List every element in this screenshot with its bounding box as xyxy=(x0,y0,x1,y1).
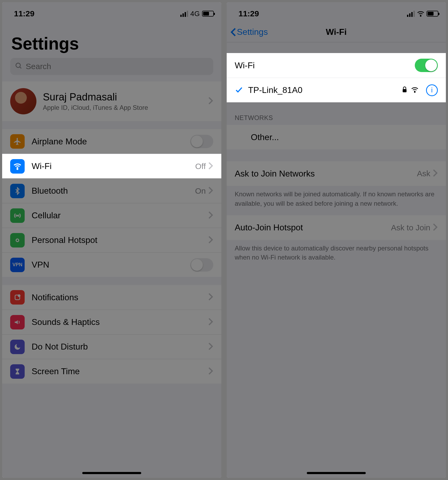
dnd-row[interactable]: Do Not Disturb xyxy=(2,334,221,359)
wifi-toggle-row[interactable]: Wi-Fi xyxy=(227,53,446,78)
hotspot-footer-note: Allow this device to automatically disco… xyxy=(227,240,446,269)
search-input[interactable] xyxy=(26,62,208,71)
svg-point-6 xyxy=(420,16,421,16)
chevron-right-icon xyxy=(208,211,213,220)
row-label: Bluetooth xyxy=(32,186,68,196)
row-value: On xyxy=(195,186,206,196)
notifications-row[interactable]: Notifications xyxy=(2,285,221,310)
row-label: Auto-Join Hotspot xyxy=(235,223,303,232)
page-title: Settings xyxy=(2,22,221,58)
row-value: Ask xyxy=(417,169,430,178)
row-label: Other... xyxy=(251,132,279,142)
home-indicator[interactable] xyxy=(307,472,366,474)
cellular-row[interactable]: Cellular xyxy=(2,203,221,228)
notifications-icon xyxy=(10,290,25,305)
home-indicator[interactable] xyxy=(82,472,141,474)
vpn-toggle[interactable] xyxy=(190,258,213,272)
wifi-icon xyxy=(10,159,25,174)
row-label: Screen Time xyxy=(32,366,80,376)
status-time: 11:29 xyxy=(14,9,35,18)
join-footer-note: Known networks will be joined automatica… xyxy=(227,186,446,215)
signal-icon xyxy=(407,11,415,17)
svg-point-2 xyxy=(17,168,18,169)
signal-icon xyxy=(180,11,188,17)
battery-icon xyxy=(202,11,214,17)
vpn-icon: VPN xyxy=(10,258,25,272)
chevron-right-icon xyxy=(208,342,213,351)
profile-name: Suraj Padmasali xyxy=(43,91,148,103)
chevron-right-icon xyxy=(208,367,213,376)
chevron-right-icon xyxy=(208,186,213,196)
other-network-row[interactable]: Other... xyxy=(227,125,446,149)
lock-icon xyxy=(402,87,407,94)
row-label: Wi-Fi xyxy=(235,61,255,70)
back-button[interactable]: Settings xyxy=(230,27,268,37)
section-header-networks: NETWORKS xyxy=(227,102,446,125)
row-label: VPN xyxy=(32,260,49,270)
row-label: Cellular xyxy=(32,211,61,220)
chevron-right-icon xyxy=(208,236,213,245)
airplane-icon xyxy=(10,134,25,149)
cellular-icon xyxy=(10,208,25,223)
battery-icon xyxy=(427,11,438,17)
search-bar[interactable] xyxy=(10,58,213,75)
wifi-screen: 11:29 Settings Wi-Fi Wi-Fi TP- xyxy=(227,2,446,478)
wifi-status-icon xyxy=(417,11,424,17)
svg-rect-7 xyxy=(403,89,406,92)
status-time: 11:29 xyxy=(238,9,259,18)
hotspot-icon xyxy=(10,233,25,248)
connected-network-row[interactable]: TP-Link_81A0 i xyxy=(227,78,446,102)
row-label: Ask to Join Networks xyxy=(235,169,315,179)
bluetooth-icon xyxy=(10,184,25,198)
row-label: Sounds & Haptics xyxy=(32,317,100,327)
chevron-right-icon xyxy=(432,169,438,178)
airplane-mode-row[interactable]: Airplane Mode xyxy=(2,129,221,154)
row-label: Airplane Mode xyxy=(32,137,87,147)
search-icon xyxy=(15,62,23,71)
sounds-row[interactable]: Sounds & Haptics xyxy=(2,310,221,334)
network-name: TP-Link_81A0 xyxy=(248,85,303,95)
chevron-right-icon xyxy=(208,97,213,106)
chevron-right-icon xyxy=(208,318,213,327)
auto-join-hotspot-row[interactable]: Auto-Join Hotspot Ask to Join xyxy=(227,215,446,240)
svg-point-0 xyxy=(16,63,20,68)
sounds-icon xyxy=(10,315,25,329)
hourglass-icon xyxy=(10,364,25,379)
status-bar: 11:29 4G xyxy=(2,2,221,22)
profile-sub: Apple ID, iCloud, iTunes & App Store xyxy=(43,104,148,111)
avatar xyxy=(10,88,36,114)
settings-screen: 11:29 4G Settings Suraj Padmasali Apple … xyxy=(2,2,221,478)
nav-bar: Settings Wi-Fi xyxy=(227,22,446,42)
back-label: Settings xyxy=(237,27,268,37)
vpn-row[interactable]: VPN VPN xyxy=(2,252,221,277)
airplane-toggle[interactable] xyxy=(190,135,213,148)
chevron-right-icon xyxy=(208,162,213,171)
ask-to-join-row[interactable]: Ask to Join Networks Ask xyxy=(227,161,446,186)
row-value: Ask to Join xyxy=(391,223,430,232)
row-label: Notifications xyxy=(32,292,78,302)
network-label: 4G xyxy=(190,10,200,18)
chevron-right-icon xyxy=(208,293,213,302)
screentime-row[interactable]: Screen Time xyxy=(2,359,221,384)
wifi-row[interactable]: Wi-Fi Off xyxy=(2,154,221,178)
checkmark-icon xyxy=(235,85,243,95)
chevron-left-icon xyxy=(230,28,236,37)
row-label: Do Not Disturb xyxy=(32,342,88,352)
moon-icon xyxy=(10,340,25,354)
status-bar: 11:29 xyxy=(227,2,446,22)
bluetooth-row[interactable]: Bluetooth On xyxy=(2,178,221,203)
profile-row[interactable]: Suraj Padmasali Apple ID, iCloud, iTunes… xyxy=(2,81,221,121)
svg-line-1 xyxy=(20,67,21,69)
wifi-toggle[interactable] xyxy=(415,59,438,72)
nav-title: Wi-Fi xyxy=(326,27,347,37)
info-button[interactable]: i xyxy=(426,84,438,96)
hotspot-row[interactable]: Personal Hotspot xyxy=(2,228,221,252)
svg-point-5 xyxy=(18,295,20,297)
row-label: Personal Hotspot xyxy=(32,235,97,245)
row-value: Off xyxy=(195,162,206,171)
svg-point-8 xyxy=(414,92,415,92)
row-label: Wi-Fi xyxy=(32,161,52,171)
wifi-signal-icon xyxy=(411,87,419,94)
svg-point-3 xyxy=(17,215,18,216)
chevron-right-icon xyxy=(432,223,438,232)
